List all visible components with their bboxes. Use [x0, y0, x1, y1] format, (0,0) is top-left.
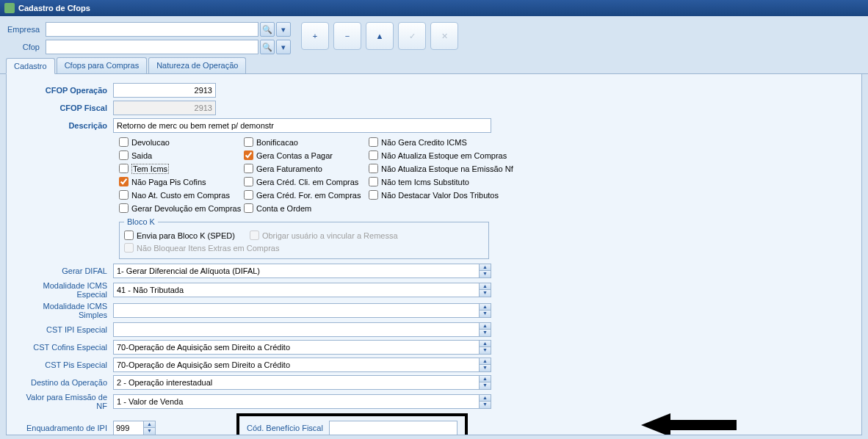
cst-cofins-combo[interactable]: 70-Operação de Aquisição sem Direito a C…: [113, 340, 491, 355]
mod-icms-simples-combo[interactable]: ▲▼: [113, 303, 491, 318]
remove-button[interactable]: −: [333, 22, 361, 50]
chk-gera-cred-for[interactable]: [244, 190, 253, 200]
chk-nao-paga-pis-cofins[interactable]: [119, 177, 129, 186]
descricao-label: Descrição: [14, 121, 113, 130]
enq-ipi-label: Enquadramento de IPI: [14, 424, 113, 432]
empresa-dropdown-button[interactable]: ▾: [276, 22, 291, 37]
tab-strip: Cadastro Cfops para Compras Natureza de …: [0, 57, 868, 74]
descricao-input[interactable]: [113, 118, 491, 133]
chk-nao-destacar-tributos[interactable]: [369, 190, 378, 200]
chk-tem-icms[interactable]: [119, 164, 129, 173]
header-form: Empresa 🔍 ▾ Cfop 🔍 ▾ + − ▲ ✓ ✕: [0, 16, 868, 57]
beneficio-label: Cód. Benefício Fiscal: [247, 424, 329, 432]
gerar-difal-label: Gerar DIFAL: [14, 266, 113, 275]
checkbox-grid: Devolucao Saida Tem Icms Não Paga Pis Co…: [119, 136, 854, 214]
cst-ipi-combo[interactable]: ▲▼: [113, 322, 491, 337]
tab-cfops-compras[interactable]: Cfops para Compras: [57, 57, 148, 73]
chk-envia-bloco-k[interactable]: [124, 231, 134, 240]
chk-nao-atualiza-estoque-compras[interactable]: [369, 150, 378, 160]
add-button[interactable]: +: [301, 22, 329, 50]
tab-natureza[interactable]: Natureza de Operação: [148, 57, 246, 73]
mod-icms-simples-label: Modalidade ICMS Simples: [14, 302, 113, 319]
chk-gera-faturamento[interactable]: [244, 164, 253, 173]
chk-nao-gera-credito-icms[interactable]: [369, 137, 378, 147]
tab-cadastro[interactable]: Cadastro: [6, 58, 55, 74]
cfop-fiscal-input: [113, 101, 216, 115]
toolbar: + − ▲ ✓ ✕: [301, 22, 458, 50]
destino-label: Destino da Operação: [14, 378, 113, 387]
window-title: Cadastro de Cfops: [18, 4, 90, 12]
valor-emissao-label: Valor para Emissão de NF: [14, 393, 113, 410]
enq-ipi-input[interactable]: [114, 421, 143, 435]
chk-nao-bloquear-itens: [124, 243, 134, 253]
chk-gerar-devolucao[interactable]: [119, 203, 129, 213]
cst-ipi-label: CST IPI Especial: [14, 325, 113, 334]
chevron-down-icon: ▾: [281, 25, 286, 35]
spin-down-icon[interactable]: ▼: [480, 271, 491, 277]
chk-gera-contas-pagar[interactable]: [244, 150, 253, 160]
beneficio-highlight: Cód. Benefício Fiscal: [236, 413, 468, 435]
destino-combo[interactable]: 2 - Operação interestadual▲▼: [113, 375, 491, 390]
check-icon: ✓: [409, 32, 416, 41]
plus-icon: +: [313, 32, 317, 40]
bloco-k-fieldset: Bloco K Envia para Bloco K (SPED) Obriga…: [119, 217, 489, 259]
cfop-operacao-input[interactable]: [113, 83, 216, 98]
mod-icms-esp-label: Modalidade ICMS Especial: [14, 281, 113, 299]
spin-up-icon[interactable]: ▲: [480, 264, 491, 271]
window-titlebar: Cadastro de Cfops: [0, 0, 868, 16]
cst-pis-label: CST Pis Especial: [14, 360, 113, 369]
tab-body: CFOP Operação CFOP Fiscal Descrição Devo…: [6, 74, 862, 435]
cst-pis-combo[interactable]: 70-Operação de Aquisição sem Direito a C…: [113, 358, 491, 372]
cfop-operacao-label: CFOP Operação: [14, 86, 113, 95]
close-icon: ✕: [441, 32, 448, 41]
empresa-input[interactable]: [46, 22, 258, 37]
chk-devolucao[interactable]: [119, 137, 129, 147]
up-button[interactable]: ▲: [366, 22, 394, 50]
annotation-arrow: [641, 410, 737, 435]
chk-nao-tem-icms-subst[interactable]: [369, 177, 378, 186]
beneficio-input[interactable]: [329, 421, 457, 435]
empresa-label: Empresa: [7, 25, 44, 34]
chk-saida[interactable]: [119, 150, 129, 160]
app-icon: [4, 3, 15, 13]
chk-nao-atualiza-estoque-nf[interactable]: [369, 164, 378, 173]
valor-emissao-combo[interactable]: 1 - Valor de Venda▲▼: [113, 394, 491, 409]
chk-obrigar-remessa: [250, 231, 259, 240]
minus-icon: −: [345, 32, 350, 40]
up-icon: ▲: [376, 32, 384, 40]
svg-marker-0: [641, 413, 737, 435]
chk-gera-cred-cli[interactable]: [244, 177, 253, 186]
empresa-search-button[interactable]: 🔍: [260, 22, 275, 37]
chevron-down-icon: ▾: [281, 43, 286, 52]
chk-conta-ordem[interactable]: [244, 203, 253, 213]
cfop-input[interactable]: [46, 40, 258, 54]
search-icon: 🔍: [262, 25, 272, 35]
chk-nao-at-custo[interactable]: [119, 190, 129, 200]
search-icon: 🔍: [262, 43, 272, 52]
enq-ipi-spin[interactable]: ▲▼: [113, 421, 156, 435]
mod-icms-esp-combo[interactable]: 41 - Não Tributada▲▼: [113, 283, 491, 297]
gerar-difal-combo[interactable]: 1- Gerar Diferencial de Alíquota (DIFAL)…: [113, 264, 491, 278]
cfop-fiscal-label: CFOP Fiscal: [14, 104, 113, 112]
cfop-label: Cfop: [7, 43, 44, 51]
bloco-k-legend: Bloco K: [124, 217, 158, 226]
chk-bonificacao[interactable]: [244, 137, 253, 147]
cfop-dropdown-button[interactable]: ▾: [276, 40, 291, 54]
cancel-button[interactable]: ✕: [430, 22, 458, 50]
cfop-search-button[interactable]: 🔍: [260, 40, 275, 54]
cst-cofins-label: CST Cofins Especial: [14, 343, 113, 352]
confirm-button[interactable]: ✓: [398, 22, 426, 50]
